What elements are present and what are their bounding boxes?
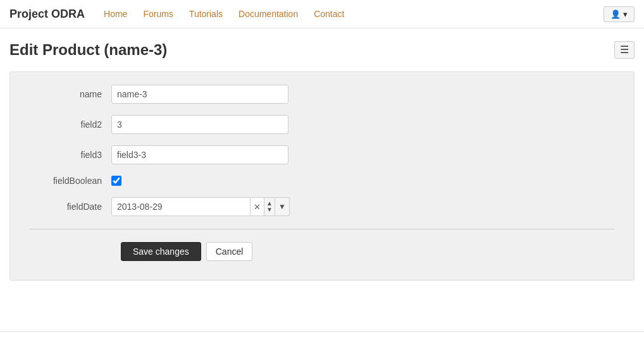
form-group-name: name <box>29 85 615 104</box>
list-view-button[interactable]: ☰ <box>614 41 635 59</box>
form-divider <box>29 229 615 229</box>
input-field2[interactable] <box>111 115 288 134</box>
label-fielddate: fieldDate <box>29 202 111 212</box>
footer: © 2013 Mariusz Trzaska | Powered by: web… <box>0 331 644 340</box>
cancel-button[interactable]: Cancel <box>206 242 253 261</box>
navbar: Project ODRA Home Forums Tutorials Docum… <box>0 0 644 28</box>
navbar-nav: Home Forums Tutorials Documentation Cont… <box>97 9 604 19</box>
input-field3[interactable] <box>111 145 288 164</box>
nav-home[interactable]: Home <box>97 6 133 22</box>
date-clear-button[interactable]: ✕ <box>251 197 264 216</box>
nav-documentation[interactable]: Documentation <box>232 6 304 22</box>
label-name: name <box>29 89 111 99</box>
input-fielddate[interactable] <box>111 197 251 216</box>
date-wrapper: ✕ ▲ ▼ ▼ <box>111 197 290 216</box>
nav-forums[interactable]: Forums <box>137 6 179 22</box>
user-icon: 👤 <box>610 9 621 19</box>
page-title: Edit Product (name-3) <box>9 41 167 59</box>
user-dropdown-arrow: ▾ <box>623 9 628 19</box>
date-dropdown-button[interactable]: ▼ <box>275 197 290 216</box>
label-fieldboolean: fieldBoolean <box>29 176 111 186</box>
label-field2: field2 <box>29 119 111 130</box>
input-name[interactable] <box>111 85 288 104</box>
nav-contact[interactable]: Contact <box>307 6 350 22</box>
navbar-right: 👤 ▾ <box>604 6 635 22</box>
save-button[interactable]: Save changes <box>121 242 201 261</box>
edit-form: name field2 field3 fieldBoolean fieldDat… <box>9 71 635 281</box>
navbar-brand[interactable]: Project ODRA <box>9 8 85 21</box>
page-header: Edit Product (name-3) ☰ <box>9 41 635 59</box>
form-group-fielddate: fieldDate ✕ ▲ ▼ ▼ <box>29 197 615 216</box>
date-spin-button[interactable]: ▲ ▼ <box>264 197 275 216</box>
form-group-fieldboolean: fieldBoolean <box>29 176 615 186</box>
nav-tutorials[interactable]: Tutorials <box>183 6 229 22</box>
user-menu-button[interactable]: 👤 ▾ <box>604 6 635 22</box>
spin-down-icon: ▼ <box>266 207 273 213</box>
form-buttons: Save changes Cancel <box>29 242 615 261</box>
input-fieldboolean[interactable] <box>111 176 121 186</box>
main-content: Edit Product (name-3) ☰ name field2 fiel… <box>0 28 644 293</box>
label-field3: field3 <box>29 150 111 160</box>
form-group-field2: field2 <box>29 115 615 134</box>
form-group-field3: field3 <box>29 145 615 164</box>
